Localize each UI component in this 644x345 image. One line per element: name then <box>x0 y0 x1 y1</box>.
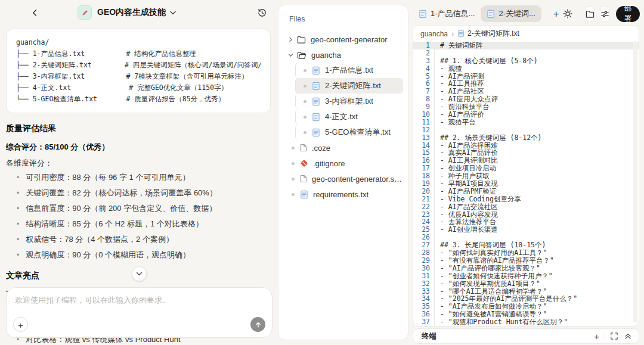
settings-sliders-button[interactable] <box>600 6 610 22</box>
line-number: 10 <box>413 111 434 119</box>
line-number: 12 <box>413 126 434 134</box>
code-line[interactable]: 26 <box>413 234 639 241</box>
code-line[interactable]: 22- AI产品交流社区 <box>413 203 639 211</box>
code-line[interactable]: 20- AI产品PMF验证 <box>413 188 639 195</box>
double-chevron-up-icon[interactable] <box>624 332 631 340</box>
code-line[interactable]: 15- 真实AI产品评价 <box>413 149 639 157</box>
pencil-icon <box>81 9 89 17</box>
code-line[interactable]: 23- 优质AI内容发现 <box>413 211 639 219</box>
chat-panel: GEO内容生成技能 guancha/├── 1-产品信息.txt # 结构化产品… <box>0 0 277 345</box>
file-row[interactable]: 4-正文.txt <box>295 109 403 125</box>
file-row[interactable]: guancha <box>283 47 403 63</box>
code-line[interactable]: 29- "有没有靠谱的AI产品推荐平台？" <box>413 257 639 265</box>
file-row[interactable]: geo-content-generator <box>283 32 403 47</box>
code-line[interactable]: 6- AI工具推荐 <box>413 80 639 88</box>
code-line[interactable]: 19- 早期AI项目发现 <box>413 180 639 188</box>
code-line[interactable]: 28- "如何找到真实好用的AI工具？" <box>413 249 639 257</box>
code-line[interactable]: 2 <box>413 49 639 57</box>
doc-icon <box>312 113 320 122</box>
code-line[interactable]: 16- AI工具评测对比 <box>413 157 639 164</box>
send-button[interactable] <box>250 317 265 332</box>
file-icon <box>300 144 307 152</box>
code-line[interactable]: 35- "AI产品发布后如何做冷启动？" <box>413 303 639 310</box>
line-text: ## 3. 长尾问答词层 (10-15个) <box>434 241 546 249</box>
code-line[interactable]: 18- 种子用户获取 <box>413 172 639 180</box>
folder-icon <box>297 36 306 43</box>
code-line[interactable]: 14- AI产品选择困难 <box>413 142 639 150</box>
file-dot-icon <box>292 178 295 181</box>
scroll-to-bottom-button[interactable] <box>132 266 147 281</box>
code-area[interactable]: 1# 关键词矩阵23## 1. 核心关键词层 (5-8个)4- 观猹5- AI产… <box>413 42 639 326</box>
sliders-icon <box>600 10 609 18</box>
editor-scrollbar[interactable] <box>633 41 637 322</box>
chevron-left-icon <box>31 9 39 17</box>
file-label: 1-产品信息.txt <box>325 65 373 76</box>
code-line[interactable]: 17- 创业项目冷启动 <box>413 164 639 172</box>
file-row[interactable]: 3-内容框架.txt <box>295 94 403 109</box>
file-row[interactable]: .coze <box>283 140 403 156</box>
file-row[interactable]: 5-GEO检查清单.txt <box>295 125 403 140</box>
history-icon[interactable] <box>257 8 267 18</box>
dims-label: 各维度评分： <box>6 158 268 169</box>
code-line[interactable]: 24- 去算法推荐平台 <box>413 218 639 226</box>
open-folder-button[interactable] <box>585 6 595 22</box>
line-text: - AI产品评测 <box>434 73 484 80</box>
editor-tab[interactable]: 1-产品信息... <box>413 5 481 22</box>
bullet-dot: • <box>17 234 19 245</box>
editor-tab[interactable]: 2-关键词... <box>481 5 541 22</box>
code-line[interactable]: 30- "AI产品评价哪家比较客观？" <box>413 265 639 272</box>
line-text: # 关键词矩阵 <box>434 42 482 49</box>
new-tab-button[interactable]: + <box>553 9 559 19</box>
code-line[interactable]: 33- "哪个AI工具适合编程初学者？" <box>413 288 639 296</box>
code-line[interactable]: 5- AI产品评测 <box>413 73 639 80</box>
theme-toggle-sun-icon[interactable] <box>563 9 572 18</box>
code-line[interactable]: 12 <box>413 126 639 134</box>
breadcrumb-file[interactable]: 2-关键词矩阵.txt <box>457 29 519 39</box>
chevron-down-icon <box>136 272 143 276</box>
code-line[interactable]: 25- AI创业增长渠道 <box>413 226 639 234</box>
line-number: 22 <box>413 203 434 211</box>
attach-plus-button[interactable]: + <box>13 317 28 332</box>
line-number: 8 <box>413 95 434 103</box>
file-row[interactable]: .gitignore <box>283 156 403 171</box>
line-text: - "哪个AI工具适合编程初学者？" <box>434 288 547 296</box>
tree-line: └── 5-GEO检查清单.txt # 质量评估报告（85分，优秀） <box>16 94 261 105</box>
code-line[interactable]: 27## 3. 长尾问答词层 (10-15个) <box>413 241 639 249</box>
output-file-tree-card: guancha/├── 1-产品信息.txt # 结构化产品信息整理├── 2-… <box>6 29 271 113</box>
line-text: - AI创业增长渠道 <box>434 226 498 234</box>
file-row[interactable]: 1-产品信息.txt <box>295 63 403 78</box>
code-line[interactable]: 11- 观猹平台 <box>413 119 639 126</box>
deploy-button[interactable]: 部署 <box>616 6 640 22</box>
doc-icon <box>312 128 320 137</box>
line-text: - "如何避免被AI营销通稿误导？" <box>434 310 547 318</box>
code-line[interactable]: 36- "如何避免被AI营销通稿误导？" <box>413 310 639 318</box>
back-button[interactable] <box>29 7 41 18</box>
code-line[interactable]: 32- "如何发现早期优质AI项目？" <box>413 280 639 288</box>
new-terminal-button[interactable]: + <box>594 332 599 341</box>
code-line[interactable]: 37- "观猹和Product Hunt有什么区别？" <box>413 318 639 326</box>
bullet-text: 结构清晰度：85 分（6 个 H2 标题，1 个对比表格） <box>26 219 203 229</box>
code-line[interactable]: 9- 前沿科技平台 <box>413 103 639 111</box>
file-row[interactable]: geo-content-generator.skill <box>283 171 403 187</box>
code-line[interactable]: 21- Vibe Coding创意分享 <box>413 195 639 203</box>
line-text <box>434 126 440 134</box>
file-row[interactable]: 2-关键词矩阵.txt <box>295 78 403 94</box>
bullet-text: 权威信号：78 分（4 个数据点，2 个案例） <box>26 234 174 245</box>
code-line[interactable]: 10- AI产品评价 <box>413 111 639 119</box>
code-line[interactable]: 31- "创业者如何快速获得种子用户？" <box>413 272 639 280</box>
input-actions: + <box>13 317 265 332</box>
fullscreen-icon[interactable] <box>611 332 618 340</box>
code-line[interactable]: 4- 观猹 <box>413 65 639 73</box>
chevron-down-icon[interactable] <box>170 11 176 15</box>
code-line[interactable]: 1# 关键词矩阵 <box>413 42 639 49</box>
code-line[interactable]: 13## 2. 场景关键词层 (8-12个) <box>413 134 639 142</box>
code-line[interactable]: 7- AI产品社区 <box>413 88 639 95</box>
code-line[interactable]: 3## 1. 核心关键词层 (5-8个) <box>413 57 639 65</box>
file-row[interactable]: requirements.txt <box>283 187 403 202</box>
file-label: .coze <box>312 144 330 153</box>
line-text: - 种子用户获取 <box>434 172 490 180</box>
code-line[interactable]: 8- AI应用大众点评 <box>413 95 639 103</box>
chat-input[interactable] <box>15 295 264 318</box>
breadcrumb-folder[interactable]: guancha <box>420 30 448 38</box>
code-line[interactable]: 34- "2025年最好的AI产品评测平台是什么？" <box>413 295 639 303</box>
